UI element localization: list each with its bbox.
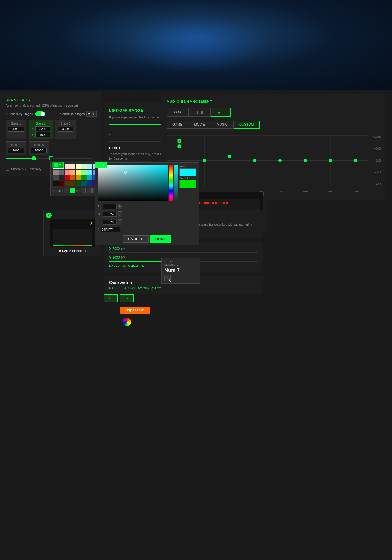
add-custom-1[interactable]: + xyxy=(81,188,86,193)
swatch-brown-orange[interactable] xyxy=(70,175,75,180)
g-input[interactable] xyxy=(103,212,117,217)
swatch-medium-grey[interactable] xyxy=(53,170,59,175)
swatch-pink-light[interactable] xyxy=(65,164,70,169)
b-increment[interactable]: ▲ xyxy=(118,219,122,222)
swatch-cyan-light[interactable] xyxy=(87,164,92,169)
freq-label-8khz: 8kHz xyxy=(318,190,343,193)
cancel-button[interactable]: CANCEL xyxy=(123,235,149,243)
brand-tab-thx[interactable]: THX xyxy=(167,108,189,117)
edit-icon[interactable]: ✏ xyxy=(76,188,80,193)
eq-handle-500hz[interactable] xyxy=(228,155,231,158)
swatch-yellow-light[interactable] xyxy=(76,164,81,169)
swatch-peach[interactable] xyxy=(70,164,75,169)
stage-3-input[interactable] xyxy=(58,127,73,132)
eq-tab-custom[interactable]: CUSTOM xyxy=(234,121,260,129)
r-stepper: ▲ ▼ xyxy=(118,204,122,209)
hypershift-button[interactable]: Hypershift xyxy=(120,307,150,314)
stage-box-5[interactable]: Stage 5 xyxy=(29,141,49,155)
g-decrement[interactable]: ▼ xyxy=(118,214,122,217)
spectrum-gradient[interactable] xyxy=(98,165,168,201)
stage-box-3[interactable]: Stage 3 xyxy=(55,120,76,139)
eq-tab-music[interactable]: MUSIC xyxy=(211,121,234,129)
spectrum-hue-slider[interactable] xyxy=(169,165,173,201)
stages-arrow-icon: ▼ xyxy=(92,113,95,116)
swatch-green-light[interactable] xyxy=(81,164,87,169)
stage-5-input[interactable] xyxy=(31,148,47,153)
freq-label-4khz: 4kHz xyxy=(293,190,318,193)
stage-4-input[interactable] xyxy=(8,148,24,153)
done-button[interactable]: DONE xyxy=(150,235,171,243)
stages-select[interactable]: 5 ▼ xyxy=(86,111,97,117)
brand-tab-eq[interactable]: ⊞↕ xyxy=(211,108,231,117)
eq-handle-4khz[interactable] xyxy=(304,159,307,162)
stage-box-1[interactable]: Stage 1 xyxy=(6,120,26,139)
b-input[interactable] xyxy=(103,220,117,225)
sensitivity-description: A number of dots-per-inch (DPI) of mouse… xyxy=(6,104,97,107)
hex-input[interactable] xyxy=(101,227,120,232)
eq-handle-1khz[interactable] xyxy=(253,159,256,162)
stage-2-x-input[interactable] xyxy=(35,126,50,131)
new-color-preview xyxy=(179,168,196,176)
stage-box-2[interactable]: Stage 2 X Y xyxy=(29,120,53,139)
dpi-slider-track[interactable] xyxy=(6,158,92,159)
swatch-orange[interactable] xyxy=(70,170,75,175)
swatch-red-light[interactable] xyxy=(65,170,70,175)
swatch-dark-olive[interactable] xyxy=(70,181,75,186)
eq-handle-250hz[interactable] xyxy=(203,159,206,162)
b-decrement[interactable]: ▼ xyxy=(118,222,122,225)
next-arrow-button[interactable]: → xyxy=(120,294,134,302)
num7-subtitle: KEYBOARD xyxy=(164,263,197,266)
chroma-icon[interactable] xyxy=(123,318,131,326)
spectrum-crosshair xyxy=(124,171,127,174)
stage-box-4[interactable]: Stage 4 xyxy=(6,141,26,155)
swatch-near-black[interactable] xyxy=(59,175,64,180)
eq-handle-2khz[interactable] xyxy=(278,159,282,162)
swatch-cyan-mid[interactable] xyxy=(87,170,92,175)
xy-enable-checkbox[interactable] xyxy=(6,167,9,171)
xy-sensitivity-toggle[interactable] xyxy=(35,111,45,116)
dpi-slider-thumb-2[interactable] xyxy=(49,156,53,160)
swatch-dark-green[interactable] xyxy=(81,175,87,180)
eq-handle-16khz[interactable] xyxy=(354,159,357,162)
r-input[interactable] xyxy=(103,204,117,209)
stage-2-y-row: Y xyxy=(31,132,50,137)
stage-2-xy: X Y xyxy=(31,126,50,137)
r-increment[interactable]: ▲ xyxy=(118,204,122,206)
r-decrement[interactable]: ▼ xyxy=(118,206,122,209)
custom-swatch-2[interactable] xyxy=(70,188,75,193)
swatch-green-mid[interactable] xyxy=(81,170,87,175)
dpi-slider-thumb[interactable] xyxy=(32,156,36,160)
firefly-pad xyxy=(53,229,92,246)
swatch-dark-yellow[interactable] xyxy=(76,175,81,180)
stage-1-input[interactable] xyxy=(8,127,24,132)
add-custom-2[interactable]: + xyxy=(87,188,92,193)
eq-handle-8khz[interactable] xyxy=(329,159,332,162)
eq-handle-125hz[interactable] xyxy=(177,144,181,148)
color-small-dot-icon xyxy=(97,163,101,167)
eq-tab-game[interactable]: GAME xyxy=(167,121,188,129)
stage-4-label: Stage 4 xyxy=(8,143,24,146)
db-minus6: -6dB xyxy=(370,171,381,174)
swatch-charcoal[interactable] xyxy=(53,175,59,180)
prev-arrow-button[interactable]: ← xyxy=(104,294,118,302)
swatch-very-dark-green[interactable] xyxy=(76,181,81,186)
swatch-very-dark-red[interactable] xyxy=(59,181,64,186)
g-increment[interactable]: ▲ xyxy=(118,211,122,214)
brand-tab-dolby[interactable]: ◫◫ xyxy=(189,108,211,117)
swatch-very-dark-brown[interactable] xyxy=(65,181,70,186)
thx-logo: THX xyxy=(174,110,182,114)
swatch-teal[interactable] xyxy=(87,175,92,180)
swatch-near-black-2[interactable] xyxy=(53,181,59,186)
x-dpi-track[interactable] xyxy=(109,252,258,253)
custom-swatch-1[interactable] xyxy=(64,188,69,193)
swatch-yellow[interactable] xyxy=(76,170,81,175)
color-small-dropdown[interactable]: ▼ xyxy=(95,162,107,168)
swatch-dark-grey[interactable] xyxy=(59,170,64,175)
swatch-very-dark-teal[interactable] xyxy=(81,181,87,186)
spectrum-alpha-slider[interactable] xyxy=(174,165,178,201)
stage-2-y-input[interactable] xyxy=(35,132,50,137)
green-color-dropdown[interactable]: ▼ xyxy=(52,162,64,168)
swatch-navy[interactable] xyxy=(87,181,92,186)
eq-tab-movie[interactable]: MOVIE xyxy=(188,121,211,129)
swatch-dark-red[interactable] xyxy=(65,175,70,180)
